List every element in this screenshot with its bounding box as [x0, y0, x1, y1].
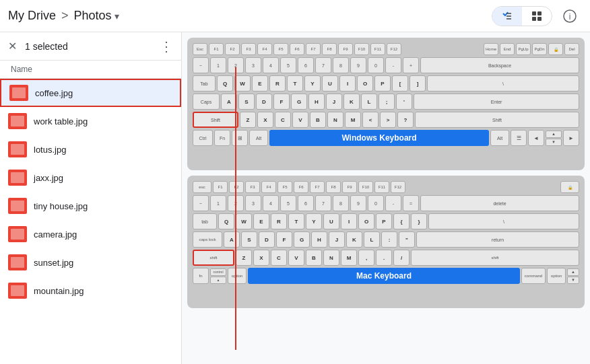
mac-keyboard-label: Mac Keyboard [248, 268, 520, 284]
file-item-jaxx[interactable]: jaxx.jpg [0, 163, 181, 192]
file-item-worktable[interactable]: work table.jpg [0, 107, 181, 135]
mac-qwerty-row: tab Q W E R T Y U I O P { } \ [193, 213, 579, 229]
file-thumbnail-icon [8, 141, 27, 157]
file-name-jaxx: jaxx.jpg [34, 173, 63, 183]
file-item-tinyhouse[interactable]: tiny house.jpg [0, 192, 181, 220]
windows-keyboard-section: Esc F1 F2 F3 F4 F5 F6 F7 F8 F9 F10 F11 F… [182, 32, 590, 173]
photos-link[interactable]: Photos ▾ [74, 9, 119, 23]
file-name-camera: camera.jpg [34, 229, 77, 240]
breadcrumb-separator: > [61, 9, 69, 23]
esc-key: Esc [193, 43, 207, 55]
shift-key-windows: Shift [193, 112, 238, 128]
main-content: ✕ 1 selected ⋮ Name coffee.jpg work tabl… [0, 32, 590, 364]
qwerty-row: Tab Q W E R T Y U I O P [ ] \ [193, 75, 579, 92]
breadcrumb: My Drive > Photos ▾ [8, 9, 492, 23]
file-item-coffee[interactable]: coffee.jpg [0, 79, 181, 107]
svg-rect-3 [532, 11, 536, 15]
selection-count: 1 selected [25, 41, 152, 52]
file-name-mountain: mountain.jpg [34, 286, 84, 296]
shift-key-mac: shift [193, 250, 234, 266]
bottom-row-windows: Ctrl Fn ⊞ Alt Windows Keyboard Alt ☰ ◄ ▲… [193, 130, 579, 146]
svg-rect-5 [532, 17, 536, 21]
mac-keyboard-section: esc F1 F2 F3 F4 F5 F6 F7 F8 F9 F10 F11 F… [182, 173, 590, 314]
file-items-list: coffee.jpg work table.jpg lotus.jpg jaxx… [0, 79, 181, 364]
file-thumbnail-icon [8, 283, 27, 299]
file-item-mountain[interactable]: mountain.jpg [0, 277, 181, 305]
mac-keyboard-bg: esc F1 F2 F3 F4 F5 F6 F7 F8 F9 F10 F11 F… [187, 176, 585, 308]
header: My Drive > Photos ▾ [0, 0, 590, 32]
file-item-sunset[interactable]: sunset.jpg [0, 248, 181, 277]
selection-bar: ✕ 1 selected ⋮ [0, 32, 181, 61]
file-list-panel: ✕ 1 selected ⋮ Name coffee.jpg work tabl… [0, 32, 182, 364]
grid-icon [531, 11, 542, 22]
file-name-sunset: sunset.jpg [34, 258, 73, 268]
check-list-icon [502, 11, 513, 22]
file-thumbnail-icon [9, 85, 28, 101]
file-name-lotus: lotus.jpg [34, 145, 66, 155]
grid-view-button[interactable] [522, 7, 552, 26]
svg-rect-4 [537, 11, 542, 15]
close-selection-button[interactable]: ✕ [8, 40, 17, 52]
mac-zxcv-row: shift Z X C V B N M , . / shift [193, 250, 579, 266]
file-item-camera[interactable]: camera.jpg [0, 220, 181, 248]
file-thumbnail-icon [8, 198, 27, 214]
info-button[interactable]: i [558, 4, 582, 28]
zxcv-row: Shift Z X C V B N M < > ? Shift [193, 112, 579, 128]
file-thumbnail-icon [8, 254, 27, 270]
mac-asdf-row: caps lock A S D F G H J K L : " return [193, 231, 579, 248]
svg-rect-6 [537, 17, 542, 21]
number-row: ~ 1 2 3 4 5 6 7 8 9 0 - + Backspace [193, 57, 579, 73]
file-thumbnail-icon [8, 113, 27, 129]
asdf-row: Caps A S D F G H J K L ; ' Enter [193, 94, 579, 110]
fn-row: Esc F1 F2 F3 F4 F5 F6 F7 F8 F9 F10 F11 F… [193, 43, 579, 55]
file-item-lotus[interactable]: lotus.jpg [0, 135, 181, 163]
file-thumbnail-icon [8, 226, 27, 242]
windows-keyboard-label: Windows Keyboard [269, 130, 489, 146]
my-drive-link[interactable]: My Drive [8, 9, 56, 23]
chevron-down-icon: ▾ [114, 11, 119, 22]
file-name-coffee: coffee.jpg [35, 88, 73, 98]
info-icon: i [563, 9, 577, 23]
preview-area[interactable]: Esc F1 F2 F3 F4 F5 F6 F7 F8 F9 F10 F11 F… [182, 32, 590, 364]
bottom-row-mac: fn control ▲ option Mac Keyboard command… [193, 268, 579, 284]
view-toggle [492, 6, 552, 26]
file-name-tinyhouse: tiny house.jpg [34, 201, 88, 211]
file-name-worktable: work table.jpg [34, 116, 88, 126]
mac-number-row: ~ 1 2 3 4 5 6 7 8 9 0 - = delete [193, 195, 579, 211]
list-view-button[interactable] [492, 7, 522, 26]
column-header: Name [0, 61, 181, 79]
mac-esc-row: esc F1 F2 F3 F4 F5 F6 F7 F8 F9 F10 F11 F… [193, 181, 579, 193]
file-thumbnail-icon [8, 170, 27, 186]
header-actions: i [492, 4, 582, 28]
windows-keyboard-bg: Esc F1 F2 F3 F4 F5 F6 F7 F8 F9 F10 F11 F… [187, 38, 585, 170]
more-options-button[interactable]: ⋮ [160, 38, 173, 54]
svg-text:i: i [569, 12, 571, 22]
